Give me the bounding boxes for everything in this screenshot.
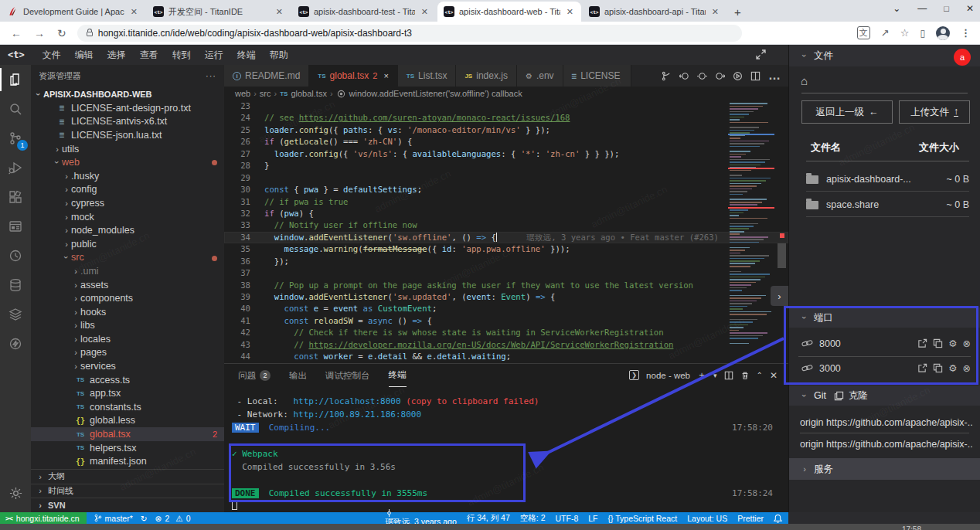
tree-folder-hooks[interactable]: ›hooks xyxy=(31,305,224,319)
code-line-34[interactable]: 34 window.addEventListener('sw.offline',… xyxy=(224,232,788,243)
port-row-8000[interactable]: 8000⚙⊗ xyxy=(789,332,980,355)
tree-file-LICENSE-antvis-x6.txt[interactable]: ≡LICENSE-antvis-x6.txt xyxy=(31,115,224,129)
status-item[interactable]: 行 34, 列 47 xyxy=(467,513,510,524)
code-line-43[interactable]: 43 // https://developer.mozilla.org/en-U… xyxy=(224,339,788,351)
status-item[interactable]: 空格: 2 xyxy=(520,513,546,524)
split-terminal-icon[interactable] xyxy=(724,371,733,380)
remote-indicator[interactable]: >< hongxi.titanide.cn xyxy=(0,512,87,524)
tree-folder-mock[interactable]: ›mock xyxy=(31,210,224,224)
nav-back-circle-icon[interactable] xyxy=(679,71,689,81)
tree-folder-libs[interactable]: ›libs xyxy=(31,319,224,333)
code-line-33[interactable]: 33 // Notify user if offline now xyxy=(224,219,788,231)
home-icon[interactable]: ⌂ xyxy=(801,74,808,87)
copy-icon[interactable] xyxy=(933,363,943,373)
services-section-header[interactable]: › 服务 xyxy=(789,458,980,480)
close-panel-icon[interactable]: ✕ xyxy=(770,370,778,381)
breadcrumb[interactable]: web›src›TSglobal.tsx›window.addEventList… xyxy=(224,87,788,100)
explorer-icon[interactable] xyxy=(0,65,31,94)
status-item[interactable]: UTF-8 xyxy=(555,514,578,523)
code-line-38[interactable]: 38 // Pop up a prompt on the page asking… xyxy=(224,280,788,291)
window-minimize-icon[interactable]: — xyxy=(917,3,927,14)
lightning-icon[interactable] xyxy=(0,329,31,358)
problems-indicator[interactable]: ⊗2 ⚠0 xyxy=(155,514,191,523)
tree-folder-config[interactable]: ›config xyxy=(31,183,224,197)
tree-file-manifest.json[interactable]: {}manifest.json xyxy=(31,454,224,468)
terminal-tab-问题[interactable]: 问题2 xyxy=(238,364,271,387)
tree-folder-assets[interactable]: ›assets xyxy=(31,278,224,292)
source-control-icon[interactable]: 1 xyxy=(0,124,31,153)
url-bar[interactable]: hongxi.titanide.cn/ide/web/coding/apisix… xyxy=(77,25,742,42)
split-editor-icon[interactable] xyxy=(750,71,761,81)
notifications-bell-icon[interactable] xyxy=(774,514,782,523)
status-item[interactable]: Layout: US xyxy=(687,514,727,523)
git-branch-indicator[interactable]: master* xyxy=(94,514,133,523)
code-line-24[interactable]: 24// see https://github.com/suren-atoyan… xyxy=(224,112,788,124)
menu-item-查看[interactable]: 查看 xyxy=(133,49,165,62)
open-external-icon[interactable] xyxy=(917,338,927,348)
history-clock-icon[interactable] xyxy=(0,241,31,270)
terminal-tab-终端[interactable]: 终端 xyxy=(389,364,407,387)
code-line-30[interactable]: 30const { pwa } = defaultSettings; xyxy=(224,184,788,195)
tree-file-global.tsx[interactable]: TSglobal.tsx2 xyxy=(31,427,224,441)
code-line-26[interactable]: 26if (getLocale() === 'zh-CN') { xyxy=(224,136,788,148)
code-line-31[interactable]: 31// if pwa is true xyxy=(224,196,788,208)
go-up-button[interactable]: 返回上一级 ← xyxy=(801,100,893,124)
translate-icon[interactable]: 文 xyxy=(857,26,870,39)
panel-file-row-apisix-dashboard-...[interactable]: apisix-dashboard-...~ 0 B xyxy=(806,167,969,192)
tab-close-icon[interactable]: ✕ xyxy=(274,7,284,17)
tree-folder-services[interactable]: ›services xyxy=(31,359,224,373)
menu-item-帮助[interactable]: 帮助 xyxy=(263,49,295,62)
gear-icon[interactable]: ⚙ xyxy=(948,362,957,374)
editor-tab-index.js[interactable]: JSindex.js xyxy=(456,65,516,87)
code-line-29[interactable]: 29 xyxy=(224,172,788,184)
code-line-41[interactable]: 41 const reloadSW = async () => { xyxy=(224,315,788,327)
tree-folder-src[interactable]: ›src xyxy=(31,251,224,265)
status-item[interactable]: Prettier xyxy=(737,514,764,523)
share-icon[interactable]: ↗ xyxy=(881,27,890,39)
tree-file-app.tsx[interactable]: TSapp.tsx xyxy=(31,386,224,400)
code-line-32[interactable]: 32if (pwa) { xyxy=(224,208,788,219)
tab-close-icon[interactable]: ✕ xyxy=(420,7,430,17)
settings-gear-icon[interactable] xyxy=(0,480,31,506)
ports-section-header[interactable]: › 端口 xyxy=(789,307,980,328)
tree-file-global.less[interactable]: {}global.less xyxy=(31,414,224,428)
browser-tab[interactable]: <t>apisix-dashboard-web - TitanI✕ xyxy=(437,2,581,22)
tree-folder-pages[interactable]: ›pages xyxy=(31,346,224,360)
sidebar-more-actions-icon[interactable]: ··· xyxy=(206,71,216,80)
copy-icon[interactable] xyxy=(933,338,943,348)
tree-folder-components[interactable]: ›components xyxy=(31,291,224,305)
git-remote-row[interactable]: origin https://github.com/apache/apisix-… xyxy=(800,433,972,455)
editor-tab-.env[interactable]: ⚙.env xyxy=(517,65,563,87)
editor-tab-README.md[interactable]: iREADME.md xyxy=(224,65,309,87)
browser-tab[interactable]: Development Guide | Apache✕ xyxy=(2,2,145,22)
code-line-27[interactable]: 27 loader.config({ 'vs/nls': { available… xyxy=(224,148,788,160)
git-section-header[interactable]: › Git 克隆 xyxy=(789,386,980,406)
tree-folder-locales[interactable]: ›locales xyxy=(31,332,224,346)
menu-item-文件[interactable]: 文件 xyxy=(36,49,68,62)
database-icon[interactable] xyxy=(0,270,31,300)
browser-tab[interactable]: <t>开发空间 - TitanIDE✕ xyxy=(147,2,291,22)
code-line-35[interactable]: 35 message.warning(formatMessage({ id: '… xyxy=(224,243,788,255)
code-line-23[interactable]: 23 xyxy=(224,100,788,112)
editor-tab-LICENSE[interactable]: ≡LICENSE xyxy=(563,65,631,87)
breadcrumb-item[interactable]: window.addEventListener('sw.offline') ca… xyxy=(349,89,522,98)
maximize-panel-icon[interactable]: ⌃ xyxy=(757,371,763,379)
code-line-36[interactable]: 36 }); xyxy=(224,256,788,267)
more-actions-icon[interactable]: … xyxy=(768,69,781,83)
editor-tab-global.tsx[interactable]: TSglobal.tsx2× xyxy=(309,65,398,87)
tree-folder-node_modules[interactable]: ›node_modules xyxy=(31,223,224,237)
code-line-28[interactable]: 28} xyxy=(224,160,788,172)
git-remote-row[interactable]: origin https://github.com/apache/apisix-… xyxy=(800,412,972,433)
tab-close-icon[interactable]: × xyxy=(383,71,388,80)
menu-item-终端[interactable]: 终端 xyxy=(230,49,263,62)
sidebar-section-大纲[interactable]: ›大纲 xyxy=(31,469,224,484)
sidebar-section-SVN[interactable]: ›SVN xyxy=(31,498,224,512)
code-line-40[interactable]: 40 const e = event as CustomEvent; xyxy=(224,303,788,314)
breadcrumb-item[interactable]: web xyxy=(235,89,250,98)
editor-tab-List.tsx[interactable]: TSList.tsx xyxy=(398,65,457,87)
search-icon[interactable] xyxy=(0,94,31,124)
run-debug-icon[interactable] xyxy=(0,153,31,182)
terminal-tab-输出[interactable]: 输出 xyxy=(289,364,307,387)
terminal-tab-调试控制台[interactable]: 调试控制台 xyxy=(325,364,370,387)
extensions-icon[interactable] xyxy=(0,182,31,212)
